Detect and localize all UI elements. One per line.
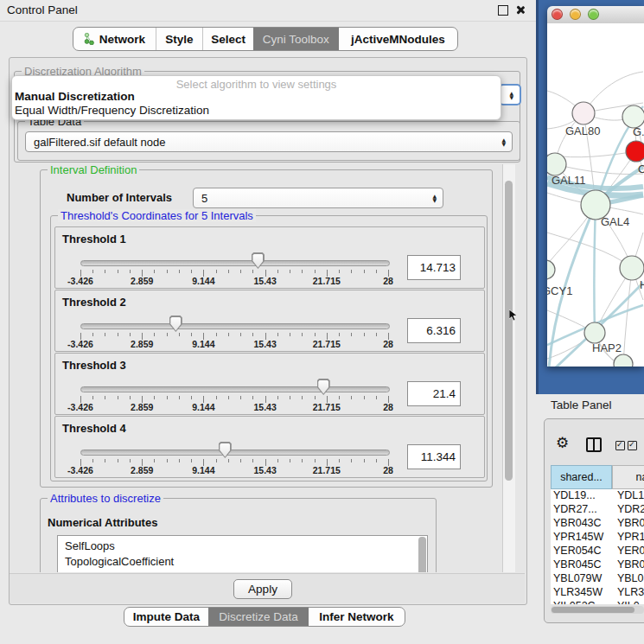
cell-shared-name[interactable]: YDR27...: [551, 503, 609, 517]
numerical-attributes-list[interactable]: SelfLoopsTopologicalCoefficientBetweenne…: [57, 535, 428, 572]
network-node[interactable]: [584, 322, 605, 343]
cell-name[interactable]: YIL0: [609, 600, 644, 604]
table-data-combobox[interactable]: galFiltered.sif default node ▲▼: [25, 131, 513, 152]
tab-infer-network[interactable]: Infer Network: [309, 608, 405, 626]
table-row[interactable]: YBR045CYBR0: [551, 558, 644, 572]
cell-name[interactable]: YER0: [609, 545, 644, 558]
network-node[interactable]: [626, 141, 644, 162]
network-edge[interactable]: [623, 268, 632, 364]
node-label: G.: [633, 125, 644, 138]
network-node[interactable]: [572, 102, 595, 124]
scrollbar-thumb[interactable]: [505, 181, 513, 481]
cell-name[interactable]: YPR1: [609, 531, 644, 545]
attribute-list-item[interactable]: BetweennessCentrality: [58, 570, 427, 572]
settings-viewport: Interval Definition Number of Intervals …: [14, 164, 501, 572]
checkbox-icon[interactable]: [615, 441, 625, 450]
network-edge[interactable]: [555, 164, 643, 175]
threshold-panel: Threshold 2-3.4262.8599.14415.4321.71528…: [54, 290, 485, 352]
scrollbar-thumb[interactable]: [552, 607, 634, 613]
tab-style[interactable]: Style: [156, 28, 203, 50]
table-horizontal-scrollbar[interactable]: [551, 606, 644, 614]
tab-select[interactable]: Select: [202, 28, 253, 50]
table-row[interactable]: YDR27...YDR2: [551, 503, 644, 517]
float-panel-icon[interactable]: [498, 5, 508, 16]
threshold-value-field[interactable]: 21.4: [407, 381, 461, 406]
dropdown-option-manual-discretization[interactable]: Manual Discretization: [15, 90, 135, 103]
attribute-list-item[interactable]: SelfLoops: [58, 536, 427, 554]
spinner-value: 5: [201, 192, 207, 205]
threshold-value-field[interactable]: 14.713: [407, 255, 461, 280]
attribute-list-item[interactable]: TopologicalCoefficient: [58, 554, 427, 570]
cell-shared-name[interactable]: YDL19...: [551, 489, 609, 503]
stepper-icon: ▲▼: [509, 91, 513, 99]
table-row[interactable]: YLR345WYLR3: [551, 586, 644, 600]
cell-shared-name[interactable]: YBR045C: [551, 558, 609, 572]
cell-name[interactable]: YBL0: [609, 572, 644, 586]
slider-handle[interactable]: [169, 316, 182, 332]
threshold-value-field[interactable]: 11.344: [407, 444, 461, 469]
tab-label: Network: [99, 33, 145, 46]
cell-shared-name[interactable]: YBR043C: [551, 517, 609, 531]
tab-cyni-toolbox[interactable]: Cyni Toolbox: [253, 28, 339, 50]
list-scrollbar[interactable]: [418, 537, 426, 572]
threshold-label: Threshold 3: [62, 359, 126, 372]
cell-name[interactable]: YBR0: [609, 517, 644, 531]
settings-scrollbar[interactable]: [502, 164, 515, 572]
network-view-window: GAL80G.CGAL11GAL4GCY1HHAP2: [547, 6, 644, 367]
dropdown-option-equal-width[interactable]: Equal Width/Frequency Discretization: [15, 104, 209, 117]
cell-name[interactable]: YLR3: [609, 586, 644, 600]
cell-shared-name[interactable]: YBL079W: [551, 572, 609, 586]
table-row[interactable]: YBL079WYBL0: [551, 572, 644, 586]
table-row[interactable]: YBR043CYBR0: [551, 517, 644, 531]
network-node[interactable]: [547, 260, 555, 279]
tab-jactivemnodules[interactable]: jActiveMNodules: [339, 28, 457, 50]
column-header-name[interactable]: na: [612, 465, 644, 489]
tab-label: Select: [211, 33, 245, 46]
zoom-traffic-light-icon[interactable]: [588, 9, 599, 20]
table-row[interactable]: YER054CYER0: [551, 545, 644, 558]
close-icon[interactable]: [514, 4, 526, 16]
apply-button[interactable]: Apply: [233, 579, 292, 599]
algorithm-combobox[interactable]: ▲▼: [499, 84, 521, 105]
slider-track[interactable]: [80, 260, 390, 266]
table-row[interactable]: YIL052CYIL0: [551, 600, 644, 604]
network-thick-edge[interactable]: [594, 205, 596, 333]
slider-track[interactable]: [80, 386, 390, 392]
slider-handle[interactable]: [317, 379, 330, 395]
number-of-intervals-spinner[interactable]: 5 ▲▼: [193, 188, 443, 208]
slider-track[interactable]: [80, 323, 390, 329]
table-row[interactable]: YDL19...YDL1: [551, 489, 644, 503]
threshold-value-field[interactable]: 6.316: [407, 318, 461, 343]
interval-definition-group: Interval Definition Number of Intervals …: [40, 169, 493, 488]
slider-handle[interactable]: [219, 442, 232, 458]
network-icon: [84, 33, 95, 45]
slider-track[interactable]: [80, 450, 390, 456]
column-header-shared-name[interactable]: shared...: [551, 465, 612, 489]
tab-network[interactable]: Network: [73, 28, 156, 50]
cell-shared-name[interactable]: YIL052C: [551, 600, 609, 604]
tab-discretize-data[interactable]: Discretize Data: [208, 608, 309, 626]
table-row[interactable]: YPR145WYPR1: [551, 531, 644, 545]
cell-shared-name[interactable]: YLR345W: [551, 586, 609, 600]
checkbox-icon[interactable]: [628, 441, 637, 450]
cell-name[interactable]: YDL1: [609, 489, 644, 503]
control-panel-titlebar: Control Panel: [0, 0, 536, 22]
cell-name[interactable]: YDR2: [609, 503, 644, 517]
split-columns-icon[interactable]: [586, 437, 602, 452]
minimize-traffic-light-icon[interactable]: [570, 9, 581, 20]
gear-icon[interactable]: ⚙: [556, 434, 569, 451]
cell-name[interactable]: YBR0: [609, 558, 644, 572]
network-node[interactable]: [547, 153, 566, 175]
node-label: GAL11: [552, 174, 586, 187]
tab-impute-data[interactable]: Impute Data: [124, 608, 208, 626]
network-node[interactable]: [620, 256, 644, 280]
group-label: Interval Definition: [48, 164, 139, 176]
cell-shared-name[interactable]: YER054C: [551, 545, 609, 558]
threshold-panel: Threshold 3-3.4262.8599.14415.4321.71528…: [54, 353, 485, 415]
cell-shared-name[interactable]: YPR145W: [551, 531, 609, 545]
node-table: shared... na YDL19...YDL1YDR27...YDR2YBR…: [551, 465, 644, 604]
network-node[interactable]: [614, 354, 633, 367]
close-traffic-light-icon[interactable]: [552, 9, 563, 20]
network-canvas[interactable]: GAL80G.CGAL11GAL4GCY1HHAP2: [547, 23, 644, 367]
slider-handle[interactable]: [252, 252, 265, 269]
